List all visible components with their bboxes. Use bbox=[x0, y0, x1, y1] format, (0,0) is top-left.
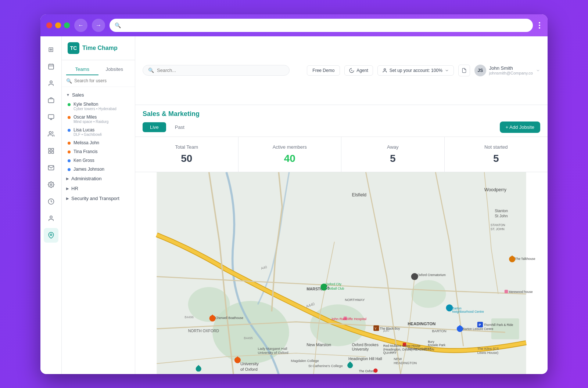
member-james[interactable]: James Johnson bbox=[62, 165, 135, 174]
rail-icon-users[interactable] bbox=[44, 127, 58, 141]
svg-point-17 bbox=[50, 234, 52, 236]
add-jobsite-button[interactable]: + Add Jobsite bbox=[500, 122, 540, 133]
avatar: JS bbox=[474, 65, 486, 76]
user-profile[interactable]: JS John Smith johnsmith@Company.co bbox=[474, 65, 540, 76]
member-name-lisa: Lisa Lucas bbox=[74, 127, 102, 133]
doc-button[interactable] bbox=[458, 65, 470, 76]
tab-teams[interactable]: Teams bbox=[66, 64, 98, 75]
rail-icon-settings-gear[interactable] bbox=[44, 177, 58, 192]
user-search-input[interactable] bbox=[74, 78, 130, 83]
member-tina[interactable]: Tina Francis bbox=[62, 147, 135, 156]
stat-label-active: Active members bbox=[273, 144, 307, 150]
maximize-dot[interactable] bbox=[64, 22, 70, 28]
status-dot-kyle bbox=[68, 103, 71, 106]
svg-point-92 bbox=[196, 366, 201, 371]
rail-icon-building[interactable] bbox=[44, 144, 58, 158]
minimize-dot[interactable] bbox=[55, 22, 61, 28]
rail-icon-briefcase[interactable] bbox=[44, 93, 58, 108]
svg-text:Magdalen College: Magdalen College bbox=[291, 358, 319, 362]
svg-text:University of Oxford: University of Oxford bbox=[258, 351, 288, 355]
sales-arrow-icon: ▼ bbox=[66, 93, 70, 97]
header-search[interactable]: 🔍 bbox=[143, 65, 290, 76]
svg-text:ST. JOHN: ST. JOHN bbox=[491, 227, 505, 231]
rail-icon-monitor[interactable] bbox=[44, 110, 58, 124]
svg-text:HEADINGTON: HEADINGTON bbox=[394, 361, 417, 365]
stat-value-active: 40 bbox=[284, 153, 295, 164]
setup-account-button[interactable]: Set up your account: 100% bbox=[377, 65, 454, 76]
svg-point-4 bbox=[50, 81, 52, 83]
svg-text:NORTHWAY: NORTHWAY bbox=[345, 297, 365, 301]
member-oscar[interactable]: Oscar Miles Mind space • Raidurg bbox=[62, 113, 135, 126]
rail-icon-grid[interactable]: ⊞ bbox=[44, 42, 58, 57]
member-lisa[interactable]: Lisa Lucas DLF • Gachibowli bbox=[62, 126, 135, 138]
team-header-sales[interactable]: ▼ Sales bbox=[62, 90, 135, 100]
svg-text:Lewis House): Lewis House) bbox=[477, 351, 498, 355]
setup-chevron-icon bbox=[445, 68, 449, 73]
svg-text:Bury: Bury bbox=[428, 340, 434, 343]
status-dot-melissa bbox=[68, 142, 71, 145]
svg-point-16 bbox=[50, 216, 52, 218]
stat-label-total: Total Team bbox=[175, 144, 198, 150]
team-group-security[interactable]: ▶ Security and Transport bbox=[62, 193, 135, 203]
stat-label-not-started: Not started bbox=[484, 144, 508, 150]
stats-row: Total Team 50 Active members 40 Away 5 N… bbox=[135, 137, 548, 172]
logo-icon: TC bbox=[68, 42, 79, 54]
member-loc-kyle: Cyber towers • Hyderabad bbox=[74, 107, 116, 111]
team-group-hr[interactable]: ▶ HR bbox=[62, 184, 135, 193]
svg-text:St Catherine's College: St Catherine's College bbox=[308, 364, 343, 368]
stat-label-away: Away bbox=[387, 144, 399, 150]
close-dot[interactable] bbox=[46, 22, 52, 28]
header-search-input[interactable] bbox=[157, 68, 284, 73]
member-name-ken: Ken Gross bbox=[74, 158, 94, 163]
member-ken[interactable]: Ken Gross bbox=[62, 156, 135, 165]
rail-icon-mail[interactable] bbox=[44, 160, 58, 175]
tab-live[interactable]: Live bbox=[143, 122, 166, 132]
app-logo: TC Time Champ bbox=[62, 36, 135, 60]
svg-text:QUARRY: QUARRY bbox=[383, 351, 397, 355]
free-demo-button[interactable]: Free Demo bbox=[307, 65, 340, 76]
forward-button[interactable]: → bbox=[92, 19, 105, 32]
map-area[interactable]: A440 A40 A40 B4495 B4496 Elsfield Woodpe… bbox=[135, 172, 548, 374]
svg-text:University: University bbox=[352, 347, 369, 351]
svg-text:Merewood house: Merewood house bbox=[509, 290, 533, 294]
svg-text:Red Mullions Guest House: Red Mullions Guest House bbox=[383, 344, 421, 348]
svg-text:of Oxford: of Oxford bbox=[240, 367, 258, 371]
rail-icon-calendar[interactable] bbox=[44, 59, 58, 74]
back-button[interactable]: ← bbox=[74, 19, 87, 32]
svg-text:Oxford City: Oxford City bbox=[326, 282, 341, 286]
svg-rect-10 bbox=[49, 148, 50, 150]
rail-icon-user2[interactable] bbox=[44, 211, 58, 226]
svg-text:BARTON: BARTON bbox=[432, 329, 447, 333]
svg-text:Stanton: Stanton bbox=[495, 209, 508, 213]
member-name-tina: Tina Francis bbox=[74, 149, 98, 154]
agent-button[interactable]: Agent bbox=[344, 65, 373, 76]
svg-text:STANTON: STANTON bbox=[491, 223, 505, 226]
rail-icon-clock[interactable] bbox=[44, 194, 58, 209]
rail-icon-person[interactable] bbox=[44, 76, 58, 91]
svg-rect-6 bbox=[48, 115, 54, 119]
rail-icon-location[interactable] bbox=[44, 228, 58, 243]
left-panel: TC Time Champ Teams Jobsites 🔍 ▼ Sales bbox=[62, 36, 135, 374]
stat-total-team: Total Team 50 bbox=[135, 137, 239, 172]
member-melissa[interactable]: Melissa John bbox=[62, 138, 135, 147]
tab-past[interactable]: Past bbox=[168, 122, 192, 132]
svg-text:Lady Margaret Hall: Lady Margaret Hall bbox=[258, 346, 287, 350]
address-bar[interactable]: 🔍 bbox=[110, 19, 533, 32]
svg-rect-0 bbox=[49, 64, 54, 69]
svg-point-97 bbox=[373, 368, 377, 372]
right-section: 🔍 Free Demo Agent Set up your account: 1… bbox=[135, 36, 548, 374]
svg-text:Woodperry: Woodperry bbox=[484, 187, 507, 192]
user-chevron-icon bbox=[536, 68, 540, 73]
svg-rect-5 bbox=[48, 99, 54, 103]
app-layout: ⊞ bbox=[40, 36, 548, 374]
header-search-icon: 🔍 bbox=[148, 68, 154, 73]
browser-menu[interactable] bbox=[537, 21, 542, 30]
svg-text:Headington Hill Hall: Headington Hill Hall bbox=[348, 357, 382, 361]
team-group-admin[interactable]: ▶ Administration bbox=[62, 174, 135, 184]
member-kyle[interactable]: Kyle Shelton Cyber towers • Hyderabad bbox=[62, 100, 135, 113]
top-header: 🔍 Free Demo Agent Set up your account: 1… bbox=[135, 36, 548, 105]
svg-text:Thornhill Park & Ride: Thornhill Park & Ride bbox=[484, 323, 513, 327]
tab-jobsites[interactable]: Jobsites bbox=[98, 64, 131, 75]
svg-text:HEADINGTON: HEADINGTON bbox=[408, 322, 435, 326]
svg-text:Knowle Park: Knowle Park bbox=[428, 343, 446, 347]
